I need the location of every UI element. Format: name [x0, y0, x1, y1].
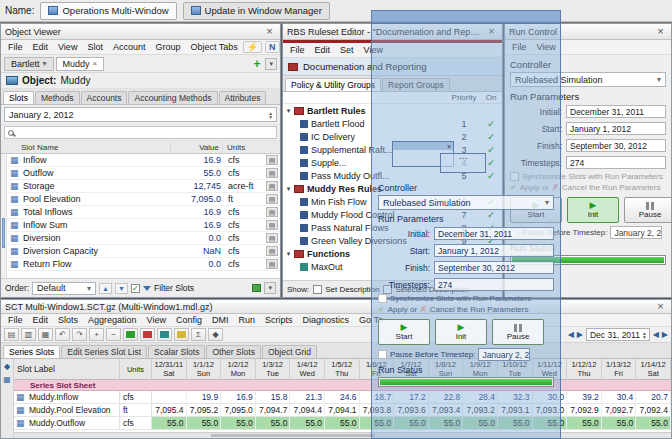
slot-row[interactable]: ▦ Return Flow 0.0 cfs ▤ [7, 258, 280, 271]
prev-timestep-icon[interactable]: ◀ [568, 330, 574, 339]
sheet-divider-row[interactable]: Series Slot Sheet [14, 380, 671, 391]
diamond-icon[interactable]: ◆ [4, 362, 10, 371]
spinner-icon[interactable]: ▴▾ [643, 331, 646, 339]
sct-tab-scalar-slots[interactable]: Scalar Slots [148, 345, 205, 358]
sct-tab-edit-series-slot-list[interactable]: Edit Series Slot List [61, 345, 147, 358]
page-left-icon[interactable]: ◀ [653, 330, 659, 339]
slot-value[interactable]: 0.0 [172, 259, 224, 269]
sct-titlebar[interactable]: SCT Multi-Window1.SCT.gz (Multi-Window1.… [1, 300, 671, 314]
series-units[interactable]: cfs [120, 417, 152, 429]
sct-tab-object-grid[interactable]: Object Grid [262, 345, 317, 358]
order-select[interactable]: Default ▾ [32, 282, 96, 295]
value-cell[interactable]: 55.0 [290, 417, 325, 429]
slot-row[interactable]: ▦ Diversion 0.0 cfs ▤ [7, 232, 280, 245]
slot-row[interactable]: ▦ Inflow Sum 16.9 cfs ▤ [7, 219, 280, 232]
date-column-header[interactable]: 12/31/11 Sat [152, 359, 187, 380]
value-cell[interactable]: 7,092.7 [602, 404, 637, 416]
expand-arrow-icon[interactable]: ▾ [283, 107, 294, 115]
series-slot-label[interactable]: ▦ Muddy.Outflow [14, 417, 120, 429]
flags-icon[interactable]: ◆ [208, 328, 223, 341]
value-cell[interactable]: 7,092.4 [636, 404, 671, 416]
undo-icon[interactable]: ↶ [55, 328, 70, 341]
value-cell[interactable]: 7,094.1 [325, 404, 360, 416]
date-input[interactable]: December 31, 2011 [566, 105, 666, 118]
save-icon[interactable]: ▥ [21, 328, 36, 341]
add-object-tab-button[interactable]: + [250, 59, 263, 69]
ov-tab-attributes[interactable]: Attributes [219, 91, 267, 104]
run-rules-icon[interactable]: ⚡ [243, 41, 262, 53]
value-cell[interactable]: 7,095.4 [152, 404, 187, 416]
sct-tab-series-slots[interactable]: Series Slots [3, 345, 60, 358]
value-cell[interactable]: 20.7 [636, 391, 671, 403]
rs-tab-policy-utility-groups[interactable]: Policy & Utility Groups [285, 78, 381, 91]
value-cell[interactable]: 15.8 [256, 391, 291, 403]
date-column-header[interactable]: 1/3/12 Tue [256, 359, 291, 380]
slot-value[interactable]: 7,095.0 [172, 194, 224, 204]
unit-scheme-button[interactable]: ▤ [266, 233, 278, 243]
ov-tab-accounts[interactable]: Accounts [81, 91, 128, 104]
close-icon[interactable]: × [654, 301, 667, 313]
series-slot-label[interactable]: ▦ Muddy.Pool Elevation [14, 404, 120, 416]
init-button[interactable]: ▶ Init [567, 197, 619, 223]
series-units[interactable]: cfs [120, 391, 152, 403]
close-icon[interactable]: × [654, 26, 667, 38]
value-cell[interactable]: 21.3 [290, 391, 325, 403]
ov-tab-accounting-methods[interactable]: Accounting Methods [128, 91, 217, 104]
menu-item[interactable]: Slots [53, 314, 83, 326]
unit-scheme-button[interactable]: ▤ [266, 155, 278, 165]
date-column-header[interactable]: 1/4/12 Wed [290, 359, 325, 380]
horizontal-scrollbar[interactable] [14, 432, 671, 438]
ov-tab-slots[interactable]: Slots [3, 91, 34, 104]
slot-row[interactable]: ▦ Diversion Capacity NaN cfs ▤ [7, 245, 280, 258]
menu-item[interactable]: Group [150, 41, 185, 53]
value-cell[interactable]: 24.6 [325, 391, 360, 403]
value-cell[interactable]: 39.2 [567, 391, 602, 403]
menu-item[interactable]: Object Tabs [185, 41, 242, 53]
menu-item[interactable]: File [3, 314, 28, 326]
menu-item[interactable]: File [3, 41, 28, 53]
delete-row-icon[interactable]: − [106, 328, 121, 341]
filter-menu-button[interactable]: ▾ [264, 282, 276, 294]
move-up-button[interactable]: ▲ [99, 283, 112, 294]
menu-item[interactable]: View [53, 41, 82, 53]
insert-row-icon[interactable]: + [89, 328, 104, 341]
menu-item[interactable]: Set [335, 44, 359, 56]
date-column-header[interactable]: 1/14/12 Sat [636, 359, 671, 380]
slot-row[interactable]: ▦ Total Inflows 16.9 cfs ▤ [7, 206, 280, 219]
slot-value[interactable]: 16.9 [172, 155, 224, 165]
close-icon[interactable]: × [93, 59, 98, 68]
value-cell[interactable]: 7,094.4 [290, 404, 325, 416]
print-icon[interactable]: ▦ [38, 328, 53, 341]
expand-arrow-icon[interactable]: ▾ [283, 185, 294, 193]
menu-item[interactable]: View [142, 314, 171, 326]
unit-scheme-button[interactable]: ▤ [266, 220, 278, 230]
date-column-header[interactable]: 1/12/12 Thu [567, 359, 602, 380]
date-column-header[interactable]: 1/5/12 Thu [325, 359, 360, 380]
move-down-button[interactable]: ▼ [115, 283, 128, 294]
vertical-scrollbar[interactable] [1, 154, 7, 278]
slot-search-input[interactable] [4, 126, 277, 139]
menu-item[interactable]: Config [171, 314, 207, 326]
menu-item[interactable]: Edit [28, 314, 54, 326]
current-date-input[interactable]: Dec 31, 2011 ▴▾ [586, 328, 650, 341]
slot-row[interactable]: ▦ Pool Elevation 7,095.0 ft ▤ [7, 193, 280, 206]
slot-value[interactable]: 16.9 [172, 207, 224, 217]
value-cell[interactable]: 55.0 [636, 417, 671, 429]
unit-scheme-button[interactable]: ▤ [266, 168, 278, 178]
timestep-selector[interactable]: January 2, 2012 ▴▾ [4, 107, 277, 122]
menu-item[interactable]: Aggregation [83, 314, 142, 326]
value-cell[interactable]: 16.9 [221, 391, 256, 403]
color-legend-yellow[interactable] [174, 328, 189, 341]
value-cell[interactable]: 55.0 [602, 417, 637, 429]
menu-item[interactable]: Run [233, 314, 260, 326]
menu-item[interactable]: Edit [28, 41, 54, 53]
slot-value[interactable]: 16.9 [172, 220, 224, 230]
slot-value[interactable]: 55.0 [172, 168, 224, 178]
window-name-tab[interactable]: Operations Multi-Window [40, 2, 176, 20]
update-window-manager-button[interactable]: Update in Window Manager [183, 2, 330, 20]
summary-icon[interactable]: Σ [191, 328, 206, 341]
menu-item[interactable]: Account [108, 41, 151, 53]
date-input[interactable]: January 1, 2012 [566, 122, 666, 135]
date-column-header[interactable]: 1/13/12 Fri [602, 359, 637, 380]
menu-item[interactable]: Edit [310, 44, 336, 56]
